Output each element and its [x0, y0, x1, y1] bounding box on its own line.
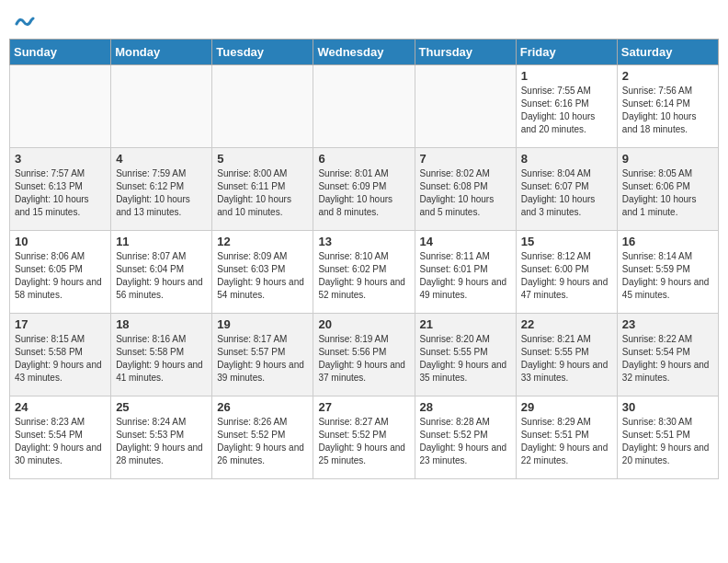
day-info: Sunrise: 8:19 AM Sunset: 5:56 PM Dayligh… [318, 333, 409, 385]
day-number: 6 [318, 152, 409, 166]
day-number: 18 [116, 317, 207, 331]
calendar-day-cell [10, 65, 111, 148]
logo [9, 9, 39, 33]
logo-wave-icon [15, 15, 35, 29]
weekday-header-saturday: Saturday [617, 40, 718, 65]
day-number: 9 [622, 152, 713, 166]
calendar-day-cell: 25Sunrise: 8:24 AM Sunset: 5:53 PM Dayli… [111, 396, 212, 479]
calendar-day-cell: 23Sunrise: 8:22 AM Sunset: 5:54 PM Dayli… [617, 314, 718, 396]
calendar-day-cell: 2Sunrise: 7:56 AM Sunset: 6:14 PM Daylig… [617, 65, 718, 148]
day-info: Sunrise: 8:29 AM Sunset: 5:51 PM Dayligh… [521, 416, 612, 467]
day-number: 21 [420, 317, 511, 331]
calendar-day-cell [313, 65, 415, 148]
calendar-week-row: 24Sunrise: 8:23 AM Sunset: 5:54 PM Dayli… [10, 396, 719, 479]
calendar-day-cell: 6Sunrise: 8:01 AM Sunset: 6:09 PM Daylig… [313, 148, 415, 231]
calendar-day-cell: 14Sunrise: 8:11 AM Sunset: 6:01 PM Dayli… [415, 231, 516, 314]
calendar-day-cell [212, 65, 313, 148]
day-number: 4 [116, 152, 207, 166]
day-info: Sunrise: 7:59 AM Sunset: 6:12 PM Dayligh… [116, 167, 207, 219]
day-number: 27 [318, 400, 409, 414]
day-info: Sunrise: 8:00 AM Sunset: 6:11 PM Dayligh… [217, 167, 308, 219]
day-info: Sunrise: 8:01 AM Sunset: 6:09 PM Dayligh… [318, 167, 409, 219]
day-number: 22 [521, 317, 612, 331]
day-number: 1 [521, 69, 612, 83]
calendar-day-cell [415, 65, 516, 148]
day-info: Sunrise: 8:24 AM Sunset: 5:53 PM Dayligh… [116, 416, 207, 467]
calendar-day-cell: 29Sunrise: 8:29 AM Sunset: 5:51 PM Dayli… [516, 396, 617, 479]
day-number: 28 [420, 400, 511, 414]
weekday-header-monday: Monday [111, 40, 212, 65]
day-info: Sunrise: 8:15 AM Sunset: 5:58 PM Dayligh… [15, 333, 106, 385]
calendar-day-cell: 11Sunrise: 8:07 AM Sunset: 6:04 PM Dayli… [111, 231, 212, 314]
day-info: Sunrise: 8:17 AM Sunset: 5:57 PM Dayligh… [217, 333, 308, 385]
calendar-week-row: 1Sunrise: 7:55 AM Sunset: 6:16 PM Daylig… [10, 65, 719, 148]
calendar-day-cell: 8Sunrise: 8:04 AM Sunset: 6:07 PM Daylig… [516, 148, 617, 231]
calendar-week-row: 17Sunrise: 8:15 AM Sunset: 5:58 PM Dayli… [10, 314, 719, 396]
calendar-day-cell: 18Sunrise: 8:16 AM Sunset: 5:58 PM Dayli… [111, 314, 212, 396]
day-number: 20 [318, 317, 409, 331]
calendar-day-cell: 5Sunrise: 8:00 AM Sunset: 6:11 PM Daylig… [212, 148, 313, 231]
calendar-day-cell: 30Sunrise: 8:30 AM Sunset: 5:51 PM Dayli… [617, 396, 718, 479]
day-number: 11 [116, 235, 207, 248]
day-info: Sunrise: 8:12 AM Sunset: 6:00 PM Dayligh… [521, 250, 612, 302]
calendar-day-cell: 7Sunrise: 8:02 AM Sunset: 6:08 PM Daylig… [415, 148, 516, 231]
calendar-day-cell: 22Sunrise: 8:21 AM Sunset: 5:55 PM Dayli… [516, 314, 617, 396]
day-info: Sunrise: 8:16 AM Sunset: 5:58 PM Dayligh… [116, 333, 207, 385]
day-info: Sunrise: 8:07 AM Sunset: 6:04 PM Dayligh… [116, 250, 207, 302]
day-info: Sunrise: 7:56 AM Sunset: 6:14 PM Dayligh… [622, 85, 713, 136]
day-info: Sunrise: 8:23 AM Sunset: 5:54 PM Dayligh… [15, 416, 106, 467]
weekday-header-wednesday: Wednesday [313, 40, 415, 65]
calendar-day-cell: 1Sunrise: 7:55 AM Sunset: 6:16 PM Daylig… [516, 65, 617, 148]
day-info: Sunrise: 8:02 AM Sunset: 6:08 PM Dayligh… [420, 167, 511, 219]
calendar-day-cell: 20Sunrise: 8:19 AM Sunset: 5:56 PM Dayli… [313, 314, 415, 396]
calendar-day-cell: 12Sunrise: 8:09 AM Sunset: 6:03 PM Dayli… [212, 231, 313, 314]
day-number: 10 [15, 235, 106, 248]
calendar-day-cell [111, 65, 212, 148]
day-info: Sunrise: 8:26 AM Sunset: 5:52 PM Dayligh… [217, 416, 308, 467]
calendar-day-cell: 26Sunrise: 8:26 AM Sunset: 5:52 PM Dayli… [212, 396, 313, 479]
calendar-day-cell: 27Sunrise: 8:27 AM Sunset: 5:52 PM Dayli… [313, 396, 415, 479]
day-number: 25 [116, 400, 207, 414]
day-number: 19 [217, 317, 308, 331]
title-area [39, 9, 719, 11]
day-info: Sunrise: 7:55 AM Sunset: 6:16 PM Dayligh… [521, 85, 612, 136]
day-number: 7 [420, 152, 511, 166]
day-info: Sunrise: 8:22 AM Sunset: 5:54 PM Dayligh… [622, 333, 713, 385]
day-info: Sunrise: 8:14 AM Sunset: 5:59 PM Dayligh… [622, 250, 713, 302]
day-number: 26 [217, 400, 308, 414]
weekday-header-row: SundayMondayTuesdayWednesdayThursdayFrid… [10, 40, 719, 65]
day-number: 3 [15, 152, 106, 166]
calendar-day-cell: 24Sunrise: 8:23 AM Sunset: 5:54 PM Dayli… [10, 396, 111, 479]
calendar-day-cell: 9Sunrise: 8:05 AM Sunset: 6:06 PM Daylig… [617, 148, 718, 231]
day-info: Sunrise: 8:05 AM Sunset: 6:06 PM Dayligh… [622, 167, 713, 219]
calendar-day-cell: 16Sunrise: 8:14 AM Sunset: 5:59 PM Dayli… [617, 231, 718, 314]
calendar-day-cell: 15Sunrise: 8:12 AM Sunset: 6:00 PM Dayli… [516, 231, 617, 314]
day-number: 13 [318, 235, 409, 248]
calendar-day-cell: 19Sunrise: 8:17 AM Sunset: 5:57 PM Dayli… [212, 314, 313, 396]
calendar-day-cell: 21Sunrise: 8:20 AM Sunset: 5:55 PM Dayli… [415, 314, 516, 396]
day-info: Sunrise: 8:28 AM Sunset: 5:52 PM Dayligh… [420, 416, 511, 467]
day-number: 2 [622, 69, 713, 83]
day-number: 16 [622, 235, 713, 248]
day-info: Sunrise: 8:06 AM Sunset: 6:05 PM Dayligh… [15, 250, 106, 302]
day-info: Sunrise: 7:57 AM Sunset: 6:13 PM Dayligh… [15, 167, 106, 219]
weekday-header-tuesday: Tuesday [212, 40, 313, 65]
day-number: 23 [622, 317, 713, 331]
day-number: 8 [521, 152, 612, 166]
page-header [9, 9, 719, 33]
day-number: 12 [217, 235, 308, 248]
calendar-day-cell: 10Sunrise: 8:06 AM Sunset: 6:05 PM Dayli… [10, 231, 111, 314]
day-info: Sunrise: 8:30 AM Sunset: 5:51 PM Dayligh… [622, 416, 713, 467]
day-number: 24 [15, 400, 106, 414]
day-info: Sunrise: 8:11 AM Sunset: 6:01 PM Dayligh… [420, 250, 511, 302]
day-number: 29 [521, 400, 612, 414]
calendar-day-cell: 13Sunrise: 8:10 AM Sunset: 6:02 PM Dayli… [313, 231, 415, 314]
day-number: 17 [15, 317, 106, 331]
day-info: Sunrise: 8:27 AM Sunset: 5:52 PM Dayligh… [318, 416, 409, 467]
day-info: Sunrise: 8:21 AM Sunset: 5:55 PM Dayligh… [521, 333, 612, 385]
calendar-day-cell: 28Sunrise: 8:28 AM Sunset: 5:52 PM Dayli… [415, 396, 516, 479]
weekday-header-sunday: Sunday [10, 40, 111, 65]
day-number: 15 [521, 235, 612, 248]
day-info: Sunrise: 8:04 AM Sunset: 6:07 PM Dayligh… [521, 167, 612, 219]
day-number: 5 [217, 152, 308, 166]
